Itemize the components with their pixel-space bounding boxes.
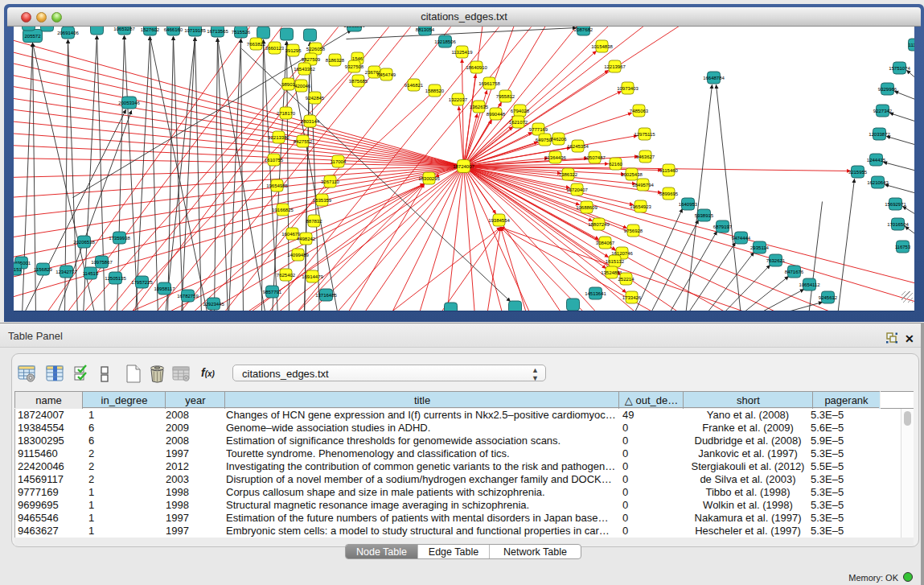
svg-text:9329966: 9329966 bbox=[877, 87, 897, 92]
svg-text:16033809: 16033809 bbox=[343, 27, 365, 28]
svg-text:8471676: 8471676 bbox=[784, 270, 803, 274]
svg-text:7625402: 7625402 bbox=[276, 273, 295, 278]
svg-text:18495794: 18495794 bbox=[632, 183, 654, 187]
svg-text:9857791: 9857791 bbox=[262, 290, 281, 295]
svg-text:7485063: 7485063 bbox=[629, 109, 648, 113]
svg-text:12342737: 12342737 bbox=[55, 270, 77, 274]
svg-text:2803144: 2803144 bbox=[300, 119, 319, 124]
svg-text:10154838: 10154838 bbox=[591, 44, 613, 49]
svg-text:3215955: 3215955 bbox=[848, 170, 867, 175]
svg-text:16210643: 16210643 bbox=[867, 180, 889, 185]
svg-text:16648784: 16648784 bbox=[703, 76, 725, 80]
svg-text:12213382: 12213382 bbox=[268, 135, 290, 140]
svg-text:3267110: 3267110 bbox=[321, 179, 340, 184]
svg-text:6879197: 6879197 bbox=[713, 225, 732, 229]
svg-text:1244415: 1244415 bbox=[866, 158, 885, 163]
svg-text:19166825: 19166825 bbox=[272, 208, 294, 212]
svg-text:13524851: 13524851 bbox=[601, 270, 622, 275]
svg-text:9115460: 9115460 bbox=[659, 168, 679, 173]
svg-text:21364436: 21364436 bbox=[544, 155, 566, 160]
svg-text:6899695: 6899695 bbox=[659, 192, 678, 196]
svg-text:887832: 887832 bbox=[306, 219, 322, 224]
svg-text:8454749: 8454749 bbox=[376, 72, 396, 77]
svg-text:12213967: 12213967 bbox=[604, 64, 626, 69]
svg-text:12975115: 12975115 bbox=[634, 132, 655, 137]
svg-text:6466160: 6466160 bbox=[163, 27, 183, 32]
svg-text:391295: 391295 bbox=[285, 48, 302, 53]
svg-text:10653287: 10653287 bbox=[113, 27, 135, 31]
svg-text:114519: 114519 bbox=[82, 271, 98, 276]
svg-text:16543362: 16543362 bbox=[294, 67, 315, 72]
svg-text:1621072: 1621072 bbox=[508, 120, 528, 125]
svg-text:9777169: 9777169 bbox=[528, 127, 548, 132]
svg-text:10025438: 10025438 bbox=[621, 172, 643, 177]
svg-text:14099489: 14099489 bbox=[287, 253, 309, 257]
svg-text:14513641: 14513641 bbox=[585, 291, 606, 296]
svg-text:1156829: 1156829 bbox=[34, 267, 53, 272]
svg-text:1362635: 1362635 bbox=[469, 105, 488, 109]
svg-text:1733426: 1733426 bbox=[622, 295, 641, 300]
svg-text:8186328: 8186328 bbox=[325, 58, 344, 63]
svg-text:10688609: 10688609 bbox=[576, 205, 598, 210]
svg-text:116753: 116753 bbox=[894, 245, 910, 249]
svg-text:15720407: 15720407 bbox=[566, 187, 588, 192]
svg-text:16713565: 16713565 bbox=[207, 29, 228, 34]
svg-text:17359938: 17359938 bbox=[109, 236, 130, 241]
svg-text:8427552: 8427552 bbox=[293, 139, 312, 144]
svg-text:8813054: 8813054 bbox=[415, 27, 434, 32]
svg-text:746206: 746206 bbox=[550, 137, 567, 142]
svg-text:20053346: 20053346 bbox=[118, 101, 140, 105]
svg-text:19218506: 19218506 bbox=[434, 39, 456, 44]
svg-text:16782759: 16782759 bbox=[177, 294, 199, 299]
svg-text:3084067: 3084067 bbox=[595, 241, 614, 245]
svg-text:62160: 62160 bbox=[609, 162, 622, 167]
svg-text:117004: 117004 bbox=[330, 159, 346, 164]
svg-text:9245612: 9245612 bbox=[818, 295, 837, 300]
svg-text:252214: 252214 bbox=[618, 277, 634, 282]
svg-text:5938915: 5938915 bbox=[694, 213, 713, 218]
svg-text:1535359: 1535359 bbox=[312, 198, 331, 203]
svg-text:11325419: 11325419 bbox=[451, 50, 473, 55]
svg-text:18300295: 18300295 bbox=[418, 176, 440, 181]
svg-text:3660123: 3660123 bbox=[265, 46, 284, 51]
svg-text:16914479: 16914479 bbox=[302, 274, 323, 279]
svg-text:17957225: 17957225 bbox=[131, 280, 153, 285]
svg-text:98901: 98901 bbox=[281, 82, 295, 87]
svg-text:10719185: 10719185 bbox=[184, 28, 206, 33]
svg-text:10975867: 10975867 bbox=[91, 260, 113, 265]
svg-text:17016504: 17016504 bbox=[887, 222, 909, 227]
svg-text:6794028: 6794028 bbox=[510, 109, 529, 113]
svg-text:1322037: 1322037 bbox=[448, 97, 467, 102]
svg-text:7515526: 7515526 bbox=[231, 30, 250, 35]
svg-text:2935114: 2935114 bbox=[750, 245, 770, 250]
svg-text:1610755: 1610755 bbox=[264, 158, 283, 163]
svg-text:9327508: 9327508 bbox=[344, 64, 363, 69]
svg-text:9474444: 9474444 bbox=[731, 236, 750, 241]
svg-text:1640953: 1640953 bbox=[678, 202, 697, 207]
svg-text:12923445: 12923445 bbox=[203, 302, 224, 307]
svg-text:4498242: 4498242 bbox=[296, 237, 315, 241]
svg-text:1588520: 1588520 bbox=[425, 89, 444, 93]
svg-text:10958117: 10958117 bbox=[154, 286, 175, 291]
svg-text:15692971: 15692971 bbox=[885, 202, 906, 207]
svg-text:10973403: 10973403 bbox=[617, 86, 639, 91]
svg-text:7955812: 7955812 bbox=[495, 94, 515, 99]
svg-text:19384554: 19384554 bbox=[488, 218, 510, 223]
svg-text:7632621: 7632621 bbox=[766, 258, 785, 263]
svg-text:16245354: 16245354 bbox=[567, 144, 589, 149]
svg-text:2087682: 2087682 bbox=[573, 27, 593, 32]
svg-text:3875685: 3875685 bbox=[348, 79, 368, 84]
svg-text:1527602: 1527602 bbox=[140, 27, 159, 32]
svg-text:18807249: 18807249 bbox=[588, 222, 610, 227]
svg-text:11123: 11123 bbox=[908, 43, 914, 47]
svg-text:8990448: 8990448 bbox=[486, 112, 505, 117]
svg-text:9227342: 9227342 bbox=[873, 109, 892, 113]
svg-text:9756928: 9756928 bbox=[623, 229, 643, 233]
svg-text:9146821: 9146821 bbox=[404, 83, 423, 88]
svg-text:12033872: 12033872 bbox=[869, 132, 890, 137]
svg-text:7386322: 7386322 bbox=[558, 172, 577, 177]
svg-text:19654985: 19654985 bbox=[266, 183, 288, 188]
svg-text:9463627: 9463627 bbox=[635, 154, 655, 159]
svg-text:9827509: 9827509 bbox=[301, 57, 320, 62]
svg-text:12505135: 12505135 bbox=[105, 276, 126, 281]
